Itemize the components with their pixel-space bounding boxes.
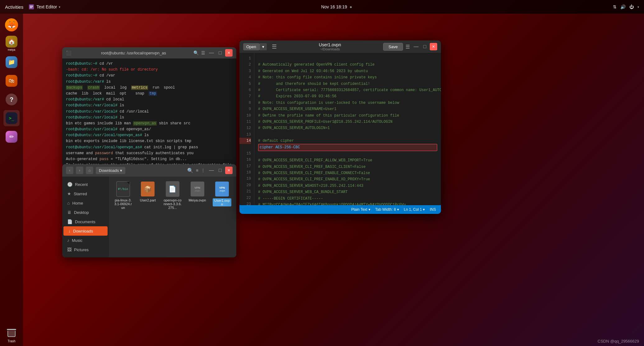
fm-path-arrow: ▾ — [120, 168, 122, 173]
te-code[interactable]: # Automatically generated OpenVPN client… — [254, 53, 441, 205]
part-icon: 📦 — [141, 182, 155, 196]
dock-item-editor[interactable]: ✏ — [3, 129, 20, 145]
fm-path-label: Downloads — [99, 168, 119, 173]
fm-options-btn[interactable]: ⋮ — [201, 168, 205, 173]
te-filepath: ~/Downloads — [320, 47, 340, 51]
te-open-btn[interactable]: Open — [243, 43, 259, 50]
te-format-btn[interactable]: Plain Text ▾ — [351, 207, 370, 212]
trash-icon — [6, 327, 17, 339]
te-maximize-btn[interactable]: □ — [421, 43, 429, 50]
fm-sidebar-videos[interactable]: ▶ Videos — [62, 254, 109, 257]
watermark: CSDN @qq_29566629 — [598, 339, 639, 344]
fm-sidebar-pictures[interactable]: 🖼 Pictures — [62, 245, 109, 254]
meiya-ovpn-shape: VPN .ovpn — [191, 182, 204, 196]
te-hamburger-icon[interactable]: ☰ — [272, 43, 277, 50]
te-tabwidth-arrow: ▾ — [397, 207, 399, 212]
fm-close-btn[interactable]: ✕ — [225, 167, 233, 174]
topbar-app-arrow[interactable]: ▾ — [59, 5, 60, 9]
te-ins-label: INS — [430, 207, 436, 212]
fm-maximize-btn[interactable]: □ — [216, 167, 224, 174]
fm-file-openvpn[interactable]: 📄 openvpn-connect-3.3.6.275... — [163, 182, 182, 210]
code-line-10: # OVPN_ACCESS_SERVER_PROFILE=User1@218.2… — [258, 120, 392, 124]
terminal-search-btn[interactable]: 🔍 — [193, 50, 199, 55]
pia-file-name: pia-linux-3.3.1-06924.run — [114, 198, 132, 210]
fm-sidebar-music[interactable]: ♪ Music — [62, 236, 109, 245]
te-save-btn[interactable]: Save — [383, 43, 403, 51]
te-close-btn[interactable]: ✕ — [430, 43, 437, 50]
system-arrow[interactable]: ▾ — [637, 5, 639, 9]
te-menu-icon[interactable]: ☰ — [405, 44, 410, 50]
code-line-13: # default cipher — [258, 139, 294, 143]
te-tabwidth-btn[interactable]: Tab Width: 8 ▾ — [375, 207, 399, 212]
fm-forward-btn[interactable]: › — [76, 167, 83, 174]
dock-item-files[interactable]: 📁 — [3, 54, 20, 70]
fm-view-btn[interactable]: ≡ — [196, 168, 198, 173]
code-line-1: # Automatically generated OpenVPN client… — [258, 62, 374, 67]
terminal-line-7: root@ubuntu:/var# cd local — [66, 97, 233, 103]
dock: 🦊 🏠 meiya 📁 🛍 ? >_ ✏ Trash — [0, 14, 23, 346]
fm-search-btn[interactable]: 🔍 — [187, 168, 193, 173]
fm-path-btn[interactable]: Downloads ▾ — [96, 167, 125, 174]
documents-icon: 📄 — [67, 219, 72, 224]
topbar-app-name: Text Editor — [36, 4, 57, 9]
code-line-9: # Define the profile name of this partic… — [258, 113, 399, 118]
user2part-file-icon: 📦 — [140, 182, 155, 196]
trash-label: Trash — [7, 339, 15, 343]
te-minimize-btn[interactable]: — — [412, 43, 420, 50]
code-line-8: # OVPN_ACCESS_SERVER_USERNAME=User1 — [258, 107, 336, 111]
activities-label[interactable]: Activities — [5, 4, 23, 10]
fm-sidebar-videos-label: Videos — [73, 257, 86, 258]
dock-item-terminal[interactable]: >_ — [3, 110, 20, 126]
fm-file-user2part[interactable]: 📦 User2.part — [139, 182, 157, 202]
terminal-menu-btn[interactable]: ☰ — [201, 50, 205, 55]
te-window-controls: — □ ✕ — [412, 43, 437, 50]
fm-file-pia[interactable]: #!/bin pia-linux-3.3.1-06924.run — [114, 182, 132, 210]
te-pos-arrow: ▾ — [423, 207, 425, 212]
firefox-icon: 🦊 — [5, 18, 18, 31]
topbar-app[interactable]: Text Editor ▾ — [28, 4, 60, 10]
fm-sidebar-recent[interactable]: 🕐 Recent — [62, 180, 109, 189]
dock-item-trash[interactable]: Trash — [3, 327, 20, 343]
fm-sidebar-home[interactable]: ⌂ Home — [62, 198, 109, 208]
fm-sidebar-documents[interactable]: 📄 Documents — [62, 217, 109, 226]
dock-item-help[interactable]: ? — [3, 91, 20, 108]
te-open-arrow[interactable]: ▾ — [259, 43, 267, 50]
pia-file-icon: #!/bin — [116, 182, 131, 196]
terminal-line-3: root@ubuntu:~# cd /var — [66, 73, 233, 79]
code-line-22: # MIIBvzCCAUWgAwIBAgIEZk6A6TAKBggqhkjOPQ… — [258, 203, 406, 205]
terminal-line-17: Auto-generated pass = "TLfAg6l6dssc". Se… — [66, 156, 233, 162]
terminal-line-10: root@ubuntu:/usr/local# ls — [66, 115, 233, 121]
terminal-close-btn[interactable]: ✕ — [225, 49, 233, 57]
dock-item-firefox[interactable]: 🦊 — [3, 17, 20, 33]
downloads-icon: ↓ — [68, 228, 71, 233]
fm-file-meiya-ovpn[interactable]: VPN .ovpn Meiya.ovpn — [188, 182, 207, 202]
fm-sidebar-desktop[interactable]: 🖥 Desktop — [62, 208, 109, 217]
desktop-icon: 🖥 — [67, 210, 72, 215]
topbar-left: Activities Text Editor ▾ — [5, 4, 60, 10]
terminal-line-1: root@ubuntu:~# cd /vr — [66, 61, 233, 67]
fm-file-user1-ovpn[interactable]: VPN .ovpn User1.ovpn — [213, 182, 231, 206]
dock-item-home[interactable]: 🏠 meiya — [3, 35, 20, 52]
topbar-center: Nov 16 18:19 ● — [321, 4, 352, 9]
dock-item-software[interactable]: 🛍 — [3, 73, 20, 89]
recent-icon: 🕐 — [67, 182, 72, 187]
fm-main: #!/bin pia-linux-3.3.1-06924.run 📦 User2… — [109, 177, 236, 257]
terminal-maximize-btn[interactable]: □ — [216, 49, 224, 57]
terminal-line-5: backups crash local log metrics run spoo… — [66, 85, 233, 91]
te-format-arrow: ▾ — [368, 207, 370, 212]
fm-sidebar-downloads[interactable]: ↓ Downloads — [63, 226, 108, 236]
starred-icon: ★ — [67, 191, 71, 196]
fm-minimize-btn[interactable]: — — [208, 167, 215, 174]
fm-sidebar-starred[interactable]: ★ Starred — [62, 189, 109, 198]
fm-titlebar: ‹ › ⌂ Downloads ▾ 🔍 ≡ ⋮ — □ ✕ — [62, 164, 236, 177]
power-icon: ⏻ — [629, 4, 634, 9]
te-statusbar-right: Plain Text ▾ Tab Width: 8 ▾ Ln 1, Col 1 … — [351, 207, 436, 212]
volume-icon: 🔊 — [620, 4, 626, 9]
terminal-minimize-btn[interactable]: — — [208, 49, 215, 57]
home-folder-icon: 🏠 — [6, 36, 17, 48]
terminal-line-16: username and password that successfully … — [66, 150, 233, 156]
user2part-file-name: User2.part — [140, 198, 156, 202]
fm-home-btn[interactable]: ⌂ — [86, 167, 93, 174]
software-icon: 🛍 — [6, 75, 17, 87]
fm-back-btn[interactable]: ‹ — [66, 167, 73, 174]
